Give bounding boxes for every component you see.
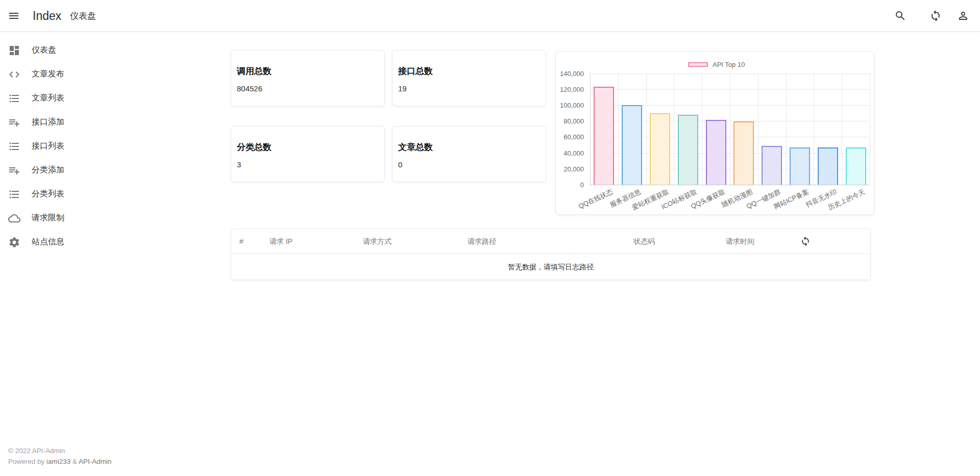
current-page-label: 仪表盘	[70, 0, 96, 32]
gridline	[730, 73, 730, 185]
app-bar: Index 仪表盘	[0, 0, 980, 32]
sidebar-item-label: 请求限制	[32, 213, 64, 223]
list-icon	[8, 140, 20, 153]
playlist-add-icon	[8, 116, 20, 129]
code-icon	[8, 68, 20, 81]
powered-by-line: Powered by iami233 & API-Admin	[8, 456, 112, 467]
stat-value: 0	[398, 160, 546, 169]
gridline	[842, 73, 842, 185]
gridline	[702, 73, 702, 185]
iami233-link[interactable]: iami233	[46, 458, 70, 465]
table-column-header-1: 请求 IP	[270, 229, 292, 254]
api-admin-link[interactable]: API-Admin	[79, 458, 112, 465]
sidebar-item-8[interactable]: 站点信息	[0, 230, 153, 254]
bar-0	[594, 87, 614, 185]
bar-9	[846, 147, 866, 185]
sidebar-item-6[interactable]: 分类列表	[0, 182, 153, 206]
table-refresh-button[interactable]	[800, 236, 811, 246]
x-axis-category-label: QQ在线状态	[577, 187, 615, 211]
footer: © 2022 API-Admin Powered by iami233 & AP…	[8, 445, 112, 467]
sidebar-item-5[interactable]: 分类添加	[0, 158, 153, 182]
sidebar-item-0[interactable]: 仪表盘	[0, 38, 153, 62]
legend-label: API Top 10	[713, 61, 745, 68]
y-axis-tick-label: 0	[556, 181, 584, 189]
stat-value: 19	[398, 84, 546, 93]
x-axis-line	[590, 185, 870, 185]
refresh-button[interactable]	[925, 6, 946, 26]
bar-2	[650, 113, 670, 185]
powered-by-separator: &	[70, 458, 79, 465]
gridline	[758, 73, 758, 185]
person-icon	[957, 10, 969, 22]
search-button[interactable]	[890, 6, 911, 26]
code-icon	[8, 68, 20, 81]
legend-swatch	[688, 62, 708, 67]
playlist-add-icon	[8, 164, 20, 177]
sidebar-item-4[interactable]: 接口列表	[0, 134, 153, 158]
sync-icon	[929, 10, 942, 22]
playlist-add-icon	[8, 164, 20, 177]
list-icon	[8, 140, 20, 153]
bar-8	[818, 147, 838, 185]
table-column-header-4: 状态码	[633, 229, 655, 254]
sidebar-item-label: 文章发布	[32, 69, 64, 80]
table-empty-state: 暂无数据，请填写日志路径	[231, 254, 870, 280]
y-axis-tick-label: 20,000	[556, 165, 584, 173]
bar-1	[622, 105, 642, 185]
bar-chart: API Top 10020,00040,00060,00080,000100,0…	[556, 52, 874, 214]
stat-card-calls: 调用总数 804526	[231, 50, 385, 106]
list-icon	[8, 92, 20, 105]
bar-4	[706, 120, 726, 185]
y-axis-tick-label: 60,000	[556, 133, 584, 141]
playlist-add-icon	[8, 116, 20, 129]
table-column-header-3: 请求路径	[468, 229, 496, 254]
settings-icon	[8, 236, 20, 248]
settings-icon	[8, 236, 20, 248]
y-axis-line	[590, 73, 591, 185]
gridline	[646, 73, 647, 185]
stat-title: 调用总数	[237, 65, 384, 77]
list-icon	[8, 188, 20, 201]
stat-value: 804526	[237, 84, 384, 93]
bar-6	[762, 146, 782, 185]
table-column-header-2: 请求方式	[363, 229, 391, 254]
sidebar-item-1[interactable]: 文章发布	[0, 62, 153, 86]
sidebar-item-2[interactable]: 文章列表	[0, 86, 153, 110]
sidebar-item-label: 分类列表	[32, 189, 64, 199]
bar-3	[678, 115, 698, 185]
y-axis-tick-label: 140,000	[556, 70, 584, 78]
account-button[interactable]	[953, 6, 973, 26]
menu-icon	[8, 10, 20, 22]
stat-title: 接口总数	[398, 65, 546, 77]
menu-button[interactable]	[4, 6, 24, 26]
sidebar-item-label: 站点信息	[32, 237, 64, 247]
copyright-text: © 2022 API-Admin	[8, 445, 112, 456]
stat-title: 文章总数	[398, 141, 546, 153]
sidebar-item-3[interactable]: 接口添加	[0, 110, 153, 134]
sidebar-item-label: 仪表盘	[32, 45, 56, 56]
cloud-icon	[8, 212, 20, 224]
stat-card-apis: 接口总数 19	[392, 50, 546, 106]
gridline	[674, 73, 674, 185]
y-axis-tick-label: 120,000	[556, 86, 584, 93]
sidebar-item-label: 分类添加	[32, 165, 64, 176]
request-log-table: #请求 IP请求方式请求路径状态码请求时间 暂无数据，请填写日志路径	[231, 229, 871, 280]
stat-title: 分类总数	[237, 141, 384, 153]
table-column-header-5: 请求时间	[726, 229, 754, 254]
dashboard-icon	[8, 44, 20, 57]
sync-icon	[800, 236, 811, 246]
sidebar-nav: 仪表盘文章发布文章列表接口添加接口列表分类添加分类列表请求限制站点信息	[0, 32, 153, 254]
page-title: Index	[33, 0, 61, 32]
y-axis-tick-label: 40,000	[556, 149, 584, 157]
sidebar-item-7[interactable]: 请求限制	[0, 206, 153, 230]
list-icon	[8, 92, 20, 105]
y-axis-tick-label: 80,000	[556, 117, 584, 125]
stat-card-categories: 分类总数 3	[231, 126, 385, 182]
cloud-icon	[8, 212, 20, 224]
stat-value: 3	[237, 160, 384, 169]
gridline	[870, 73, 870, 185]
search-icon	[894, 10, 906, 22]
bar-7	[790, 147, 810, 185]
sidebar-item-label: 接口列表	[32, 141, 64, 152]
api-top10-chart-card: API Top 10020,00040,00060,00080,000100,0…	[555, 51, 874, 215]
